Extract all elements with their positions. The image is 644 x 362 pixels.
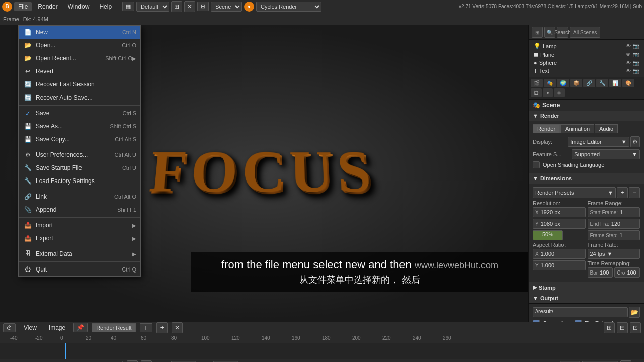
- outliner-plane[interactable]: ◼ Plane 👁 📷: [532, 50, 641, 59]
- presets-add-btn[interactable]: +: [617, 187, 628, 198]
- props-tab-world[interactable]: 🌍: [557, 79, 569, 87]
- frame-step-input[interactable]: Frame Step: 1: [588, 230, 640, 240]
- outliner-lamp[interactable]: 💡 Lamp 👁 📷: [532, 42, 641, 50]
- timeline-editor-type[interactable]: ⏱: [3, 323, 16, 332]
- res-x-input[interactable]: X 1920 px: [533, 207, 586, 217]
- sphere-render[interactable]: 📷: [633, 60, 639, 66]
- menu-item-save-startup[interactable]: 🔧 Save Startup File Ctrl U: [19, 161, 140, 174]
- remove-scene-btn[interactable]: ✕: [184, 1, 195, 12]
- timeline-icon-1[interactable]: ⊞: [604, 322, 615, 333]
- props-tab-particles[interactable]: ✦: [543, 88, 553, 97]
- timeline-playhead[interactable]: [65, 343, 66, 359]
- panel-icon-1[interactable]: ⊞: [532, 27, 543, 38]
- editor-type-btn[interactable]: ▦: [122, 2, 134, 11]
- timeline-icon-3[interactable]: ⊡: [630, 322, 641, 333]
- menu-item-export[interactable]: 📤 Export ▶: [19, 232, 140, 245]
- lock-icon[interactable]: 🔒: [127, 360, 138, 363]
- overwrite-checkbox[interactable]: ✓: [533, 320, 540, 322]
- output-folder-btn[interactable]: 📂: [629, 307, 640, 318]
- menu-item-append[interactable]: 📎 Append Shift F1: [19, 203, 140, 216]
- render-engine-select[interactable]: Cycles Render: [256, 2, 321, 12]
- menu-item-open-recent[interactable]: 📂 Open Recent... Shift Ctrl O ▶: [19, 52, 140, 65]
- props-tab-constraints[interactable]: 🔗: [583, 79, 595, 87]
- open-shading-checkbox[interactable]: [533, 161, 540, 168]
- presets-dropdown[interactable]: Render Presets ▼: [533, 187, 616, 198]
- display-dropdown[interactable]: Image Editor ▼: [568, 137, 629, 147]
- add-scene-btn[interactable]: ⊞: [171, 1, 182, 12]
- dimensions-section-header[interactable]: ▼ Dimensions: [529, 173, 644, 184]
- file-ext-checkbox[interactable]: ✓: [575, 320, 582, 322]
- menu-item-load-factory[interactable]: 🔧 Load Factory Settings: [19, 174, 140, 188]
- sphere-eye[interactable]: 👁: [626, 60, 631, 66]
- bor-input[interactable]: Bor 100: [588, 267, 613, 278]
- all-scenes-btn[interactable]: All Scenes: [570, 27, 600, 38]
- outliner-text[interactable]: T Text 👁 📷: [532, 67, 641, 75]
- asp-x-input[interactable]: X 1.000: [533, 249, 586, 259]
- timeline-view-menu[interactable]: View: [20, 323, 41, 332]
- f-tab[interactable]: F: [140, 323, 152, 332]
- props-tab-physics[interactable]: ⚛: [554, 88, 565, 97]
- search-btn[interactable]: Search: [557, 27, 568, 38]
- text-render[interactable]: 📷: [633, 68, 639, 74]
- plane-render[interactable]: 📷: [633, 52, 639, 57]
- display-options-btn[interactable]: ⚙: [630, 136, 640, 147]
- cro-input[interactable]: Cro 100: [614, 267, 640, 278]
- end-frame-input[interactable]: End Fra: 120: [588, 219, 640, 229]
- menu-window[interactable]: Window: [64, 2, 94, 11]
- menu-file[interactable]: File: [14, 2, 32, 11]
- scene-name-select[interactable]: Scene: [211, 2, 242, 12]
- props-tab-render[interactable]: 🎬: [531, 79, 543, 87]
- menu-item-recover-last[interactable]: 🔄 Recover Last Session: [19, 78, 140, 91]
- res-pct-input[interactable]: 50%: [533, 230, 563, 240]
- render-section-header[interactable]: ▼ Render: [529, 111, 644, 121]
- menu-item-recover-auto[interactable]: 🔄 Recover Auto Save...: [19, 91, 140, 104]
- tab-animation[interactable]: Animation: [560, 124, 594, 133]
- output-section-header[interactable]: ▼ Output: [529, 293, 644, 304]
- output-path-input[interactable]: //result\: [533, 307, 628, 317]
- menu-item-user-prefs[interactable]: ⚙ User Preferences... Ctrl Alt U: [19, 148, 140, 161]
- start-frame-input[interactable]: Start Frame: 1: [588, 207, 640, 217]
- timeline-icon-2[interactable]: ⊟: [617, 322, 628, 333]
- stamp-section-header[interactable]: ▶ Stamp: [529, 282, 644, 293]
- timeline-lock-btn[interactable]: 📌: [73, 323, 88, 332]
- props-tab-scene[interactable]: 🎭: [544, 79, 556, 87]
- lamp-eye[interactable]: 👁: [626, 43, 631, 49]
- menu-item-open[interactable]: 📂 Open... Ctrl O: [19, 39, 140, 52]
- menu-item-import[interactable]: 📥 Import ▶: [19, 219, 140, 232]
- lamp-render[interactable]: 📷: [633, 43, 639, 49]
- menu-item-new[interactable]: 📄 New Ctrl N: [19, 26, 140, 39]
- props-tab-material[interactable]: 🎨: [622, 79, 634, 87]
- layout-icon[interactable]: ⊟: [197, 2, 209, 11]
- props-tab-object[interactable]: 📦: [570, 79, 582, 87]
- sync-icon[interactable]: ⚙: [141, 360, 152, 363]
- feature-dropdown[interactable]: Supported ▼: [572, 149, 640, 159]
- asp-y-input[interactable]: Y 1.000: [533, 260, 586, 270]
- menu-item-external-data[interactable]: 🗄 External Data ▶: [19, 247, 140, 260]
- audio-icon[interactable]: 🔊: [620, 360, 631, 363]
- props-tab-data[interactable]: 📊: [609, 79, 621, 87]
- plane-eye[interactable]: 👁: [626, 52, 631, 57]
- timeline-remove-btn[interactable]: ✕: [172, 322, 183, 333]
- fps-dropdown[interactable]: 24 fps ▼: [588, 249, 640, 259]
- tab-audio[interactable]: Audio: [595, 124, 618, 133]
- timeline-add-btn[interactable]: +: [156, 322, 168, 333]
- menu-item-link[interactable]: 🔗 Link Ctrl Alt O: [19, 190, 140, 203]
- props-tab-texture[interactable]: 🖼: [531, 88, 542, 97]
- text-eye[interactable]: 👁: [626, 68, 631, 74]
- menu-item-revert[interactable]: ↩ Revert: [19, 65, 140, 78]
- presets-remove-btn[interactable]: −: [629, 187, 640, 198]
- res-y-input[interactable]: Y 1080 px: [533, 219, 586, 229]
- menu-help[interactable]: Help: [95, 2, 116, 11]
- menu-render[interactable]: Render: [34, 2, 61, 11]
- outliner-sphere[interactable]: ● Sphere 👁 📷: [532, 59, 641, 67]
- panel-icon-2[interactable]: 🔍: [544, 27, 555, 38]
- menu-item-save[interactable]: ✓ Save Ctrl S: [19, 107, 140, 120]
- timeline-image-menu[interactable]: Image: [45, 323, 69, 332]
- render-result-tab[interactable]: Render Result: [92, 323, 136, 332]
- menu-item-quit[interactable]: ⏻ Quit Ctrl Q: [19, 263, 140, 276]
- tab-render[interactable]: Render: [533, 124, 560, 133]
- menu-item-save-as[interactable]: 💾 Save As... Shift Ctrl S: [19, 120, 140, 133]
- menu-item-save-copy[interactable]: 💾 Save Copy... Ctrl Alt S: [19, 133, 140, 146]
- scene-select[interactable]: Default: [136, 2, 169, 12]
- props-tab-modifiers[interactable]: 🔧: [596, 79, 608, 87]
